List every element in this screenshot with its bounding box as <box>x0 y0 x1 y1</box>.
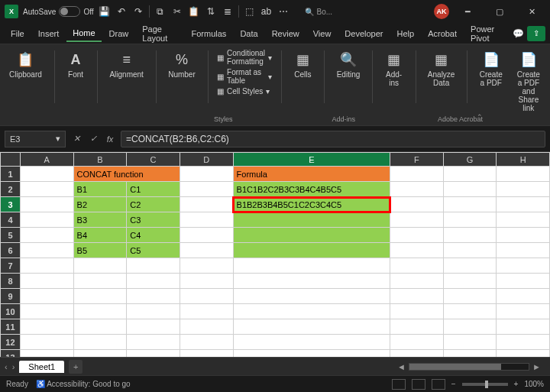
cell[interactable]: B2 <box>73 197 127 212</box>
tab-draw[interactable]: Draw <box>103 26 135 41</box>
conditional-formatting-button[interactable]: ▦Conditional Formatting▾ <box>217 49 272 66</box>
col-header[interactable]: B <box>73 153 127 167</box>
tab-page-layout[interactable]: Page Layout <box>136 21 183 46</box>
font-button[interactable]: A Font <box>63 49 88 80</box>
col-header[interactable]: G <box>443 153 497 167</box>
undo-icon[interactable]: ↶ <box>115 5 128 18</box>
addins-button[interactable]: ▦ Add-ins <box>382 49 406 89</box>
select-all-corner[interactable] <box>1 153 21 167</box>
zoom-out-icon[interactable]: − <box>451 380 456 388</box>
tab-formulas[interactable]: Formulas <box>186 26 233 41</box>
share-button[interactable]: ⇪ <box>527 26 545 41</box>
minimize-button[interactable]: ━ <box>454 1 481 22</box>
tab-view[interactable]: View <box>307 26 338 41</box>
tab-acrobat[interactable]: Acrobat <box>422 26 463 41</box>
cell[interactable] <box>233 228 390 243</box>
cell[interactable]: B1 <box>73 182 127 197</box>
cell[interactable]: B3 <box>73 212 127 228</box>
tab-home[interactable]: Home <box>66 25 101 42</box>
search-box[interactable]: 🔍 Bo... <box>300 6 361 18</box>
touch-icon[interactable]: ⬚ <box>244 5 256 18</box>
cell[interactable]: C1 <box>127 182 180 197</box>
cell[interactable] <box>233 212 390 228</box>
maximize-button[interactable]: ▢ <box>486 1 513 22</box>
row-header[interactable]: 1 <box>1 167 21 182</box>
zoom-slider[interactable] <box>462 383 508 386</box>
cell[interactable] <box>233 243 390 258</box>
col-header[interactable]: A <box>20 153 73 167</box>
tab-insert[interactable]: Insert <box>32 26 66 41</box>
sort-icon[interactable]: ⇅ <box>205 5 217 18</box>
tab-file[interactable]: File <box>5 26 31 41</box>
next-sheet-icon[interactable]: › <box>12 362 15 371</box>
zoom-in-icon[interactable]: + <box>514 380 519 388</box>
comments-icon[interactable]: 💬 <box>512 28 524 40</box>
analyze-button[interactable]: ▦ Analyze Data <box>425 49 458 89</box>
accept-formula-icon[interactable]: ✓ <box>86 131 101 147</box>
formula-input[interactable]: =CONCAT(B2:B6,C2:C6) <box>121 131 545 147</box>
create-pdf-button[interactable]: 📄 Create a PDF <box>477 49 506 89</box>
tab-power-pivot[interactable]: Power Pivot <box>464 21 510 46</box>
scroll-right-icon[interactable]: ► <box>532 362 541 371</box>
row-header[interactable]: 11 <box>1 319 21 335</box>
row-header[interactable]: 3 <box>1 197 21 212</box>
name-box[interactable]: E3 ▾ <box>5 131 66 147</box>
alignment-button[interactable]: ≡ Alignment <box>106 49 146 80</box>
sheet-tab[interactable]: Sheet1 <box>19 361 64 373</box>
col-header[interactable]: E <box>233 153 390 167</box>
strike-icon[interactable]: ab <box>260 5 273 18</box>
cell[interactable]: B4 <box>73 228 127 243</box>
row-header[interactable]: 4 <box>1 212 21 228</box>
row-header[interactable]: 12 <box>1 335 21 350</box>
save-icon[interactable]: 💾 <box>99 5 111 18</box>
page-layout-view-icon[interactable] <box>412 379 425 390</box>
row-header[interactable]: 5 <box>1 228 21 243</box>
cell[interactable]: CONCAT function <box>73 167 180 182</box>
cancel-formula-icon[interactable]: ✕ <box>69 131 84 147</box>
clipboard-button[interactable]: 📋 Clipboard <box>6 49 45 80</box>
row-header[interactable]: 13 <box>1 350 21 358</box>
cells-button[interactable]: ▦ Cells <box>290 49 315 80</box>
row-header[interactable]: 9 <box>1 289 21 304</box>
copy-icon[interactable]: ⧉ <box>154 5 167 18</box>
cell[interactable]: Formula <box>233 167 390 182</box>
cell[interactable]: B5 <box>73 243 127 258</box>
cell[interactable]: C4 <box>127 228 180 243</box>
cell[interactable]: B1C1B2C2B3C3B4C4B5C5 <box>233 182 390 197</box>
number-button[interactable]: % Number <box>165 49 199 80</box>
filter-icon[interactable]: ≣ <box>222 5 234 18</box>
row-header[interactable]: 6 <box>1 243 21 258</box>
tab-developer[interactable]: Developer <box>338 26 389 41</box>
prev-sheet-icon[interactable]: ‹ <box>5 362 8 371</box>
tab-data[interactable]: Data <box>234 26 264 41</box>
row-header[interactable]: 8 <box>1 274 21 289</box>
zoom-level[interactable]: 100% <box>524 380 544 388</box>
cell[interactable]: C3 <box>127 212 180 228</box>
autosave-toggle[interactable]: AutoSave Off <box>23 6 94 17</box>
col-header[interactable]: H <box>497 153 550 167</box>
accessibility-status[interactable]: ♿ Accessibility: Good to go <box>36 380 131 388</box>
format-as-table-button[interactable]: ▦Format as Table▾ <box>217 68 272 85</box>
cut-icon[interactable]: ✂ <box>171 5 183 18</box>
normal-view-icon[interactable] <box>392 379 406 390</box>
fx-icon[interactable]: fx <box>102 131 118 147</box>
user-avatar[interactable]: AK <box>434 4 449 19</box>
scroll-left-icon[interactable]: ◄ <box>397 362 406 371</box>
page-break-view-icon[interactable] <box>432 379 445 390</box>
col-header[interactable]: D <box>180 153 233 167</box>
collapse-ribbon-icon[interactable]: ⌃ <box>477 113 483 121</box>
redo-icon[interactable]: ↷ <box>132 5 144 18</box>
cell[interactable]: C5 <box>127 243 180 258</box>
tab-review[interactable]: Review <box>266 26 306 41</box>
paste-icon[interactable]: 📋 <box>188 5 200 18</box>
active-cell[interactable]: B1B2B3B4B5C1C2C3C4C5 <box>233 197 390 212</box>
row-header[interactable]: 7 <box>1 258 21 274</box>
col-header[interactable]: C <box>127 153 180 167</box>
cell-styles-button[interactable]: ▦Cell Styles▾ <box>217 87 272 96</box>
col-header[interactable]: F <box>390 153 444 167</box>
close-button[interactable]: ✕ <box>518 1 545 22</box>
toggle-off-icon[interactable] <box>59 6 80 17</box>
add-sheet-button[interactable]: + <box>69 360 82 374</box>
create-pdf-share-button[interactable]: 📄 Create a PDF and Share link <box>513 49 544 114</box>
more-icon[interactable]: ⋯ <box>277 5 290 18</box>
